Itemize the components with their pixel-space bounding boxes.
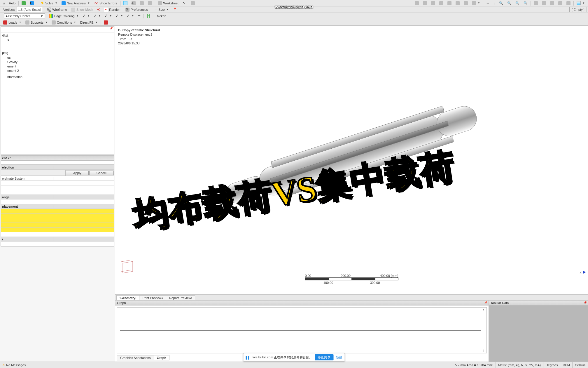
tab-graphics-annotations[interactable]: Graphics Annotations bbox=[117, 355, 154, 360]
flag-icon[interactable] bbox=[102, 20, 110, 25]
direct-fe-button[interactable]: Direct FE▼ bbox=[78, 20, 100, 25]
view-side-icon[interactable] bbox=[548, 1, 556, 6]
hide-share-button[interactable]: 隐藏 bbox=[336, 355, 342, 360]
panel-pin-icon[interactable]: 📌 bbox=[110, 27, 113, 30]
random-button[interactable]: Random bbox=[102, 7, 123, 12]
menu-help[interactable]: Help bbox=[7, 1, 18, 6]
icon-btn-a2[interactable]: A bbox=[130, 1, 138, 6]
view-panel-icon[interactable]: ▼ bbox=[575, 1, 587, 6]
tab-report-preview[interactable]: Report Preview/ bbox=[166, 295, 195, 300]
assembly-center-combo[interactable]: Assembly Center▼ bbox=[4, 13, 45, 18]
k-icon[interactable]: ⊀ bbox=[95, 7, 102, 12]
stop-icon[interactable]: ◐ bbox=[28, 1, 36, 6]
edge-coloring-button[interactable]: Edge Coloring▼ bbox=[47, 13, 81, 19]
solve-button[interactable]: Solve▼ bbox=[38, 1, 59, 6]
zoom-in-icon[interactable]: 🔍 bbox=[497, 1, 505, 6]
view-icon-1[interactable] bbox=[413, 1, 421, 6]
edge-icon-2[interactable]: ∠▼ bbox=[92, 13, 103, 19]
icon-btn-ws1[interactable]: ↖ bbox=[181, 1, 189, 6]
nav-icon-2[interactable]: ↕ bbox=[491, 1, 497, 6]
cancel-button[interactable]: Cancel bbox=[89, 171, 114, 175]
empty-slot[interactable]: [ Empty ] bbox=[569, 7, 587, 12]
status-degrees[interactable]: Degrees bbox=[543, 362, 561, 368]
apply-button[interactable]: Apply bbox=[66, 171, 89, 175]
new-analysis-button[interactable]: New Analysis▼ bbox=[60, 1, 92, 6]
thicken-button[interactable]: Thicken bbox=[153, 13, 168, 19]
detail-row-highlight[interactable] bbox=[1, 213, 114, 218]
icon-btn-a4[interactable] bbox=[146, 1, 154, 6]
size-button[interactable]: ↔ Size▼ bbox=[152, 7, 171, 12]
tree-node[interactable]: ement bbox=[2, 64, 113, 69]
zoom-fit-icon[interactable]: 🔍 bbox=[513, 1, 522, 6]
scale-bar: 0.00 200.00 400.00 (mm) 100.00 300.00 bbox=[305, 274, 398, 284]
probe-icon[interactable]: ✒ bbox=[136, 13, 143, 19]
tree-node[interactable]: gs bbox=[2, 55, 113, 60]
tree-node[interactable]: Gravity bbox=[2, 60, 113, 64]
supports-button[interactable]: Supports▼ bbox=[23, 20, 50, 25]
left-column: 📌 坐标 s (B5) gs Gravity ement ement 2 nfo… bbox=[0, 26, 115, 362]
preferences-button[interactable]: ⚙Preferences bbox=[123, 7, 150, 12]
icon-btn-a1[interactable] bbox=[121, 1, 130, 6]
pin-icon[interactable]: 📌 bbox=[584, 301, 587, 304]
menu-s[interactable]: s bbox=[1, 1, 7, 6]
detail-row-highlight[interactable] bbox=[1, 218, 114, 223]
edge-icon-1[interactable]: ∠▼ bbox=[81, 13, 92, 19]
tabular-header: Tabular Data 📌 bbox=[489, 301, 588, 305]
view-icon-2[interactable] bbox=[421, 1, 429, 6]
zoom-window-icon[interactable]: 🔍 bbox=[522, 1, 530, 6]
share-text: live.bilibili.com 正在共享您的屏幕和音频。 bbox=[253, 355, 312, 360]
view-top-icon[interactable] bbox=[556, 1, 564, 6]
pin-icon[interactable]: 📌 bbox=[484, 301, 487, 304]
tab-graph[interactable]: Graph bbox=[154, 355, 169, 360]
tree-node[interactable]: nformation bbox=[2, 75, 113, 79]
icon-btn-a3[interactable] bbox=[138, 1, 146, 6]
refresh-icon[interactable] bbox=[20, 1, 28, 6]
view-icon-8[interactable]: ▼ bbox=[470, 1, 482, 6]
tab-geometry[interactable]: \Geometry/ bbox=[116, 295, 139, 300]
status-messages[interactable]: ⚠ No Messages bbox=[0, 362, 28, 368]
icon-btn-ws2[interactable] bbox=[189, 1, 197, 6]
view-icon-4[interactable] bbox=[437, 1, 445, 6]
3d-viewport[interactable]: B: Copy of Static Structural Remote Disp… bbox=[115, 26, 588, 294]
wireframe-button[interactable]: Wireframe bbox=[45, 7, 69, 12]
tree-node[interactable]: (B5) bbox=[2, 51, 113, 55]
nav-icon-1[interactable]: ↔ bbox=[484, 1, 491, 6]
show-errors-button[interactable]: ?✓Show Errors bbox=[92, 1, 119, 6]
bottom-panels: Graph 📌 1. 1. Graphics Annotations Graph… bbox=[115, 300, 588, 362]
conditions-button[interactable]: Conditions▼ bbox=[50, 20, 78, 25]
loads-button[interactable]: Loads▼ bbox=[1, 20, 23, 25]
edge-icon-4[interactable]: ∠▼ bbox=[114, 13, 125, 19]
outline-tree[interactable]: 坐标 s (B5) gs Gravity ement ement 2 nform… bbox=[1, 32, 114, 80]
snapshot-icon[interactable] bbox=[564, 1, 573, 6]
view-icon-6[interactable] bbox=[454, 1, 462, 6]
detail-row-label: ordinate System bbox=[1, 177, 53, 180]
status-rpm[interactable]: RPM bbox=[560, 362, 572, 368]
view-icon-7[interactable] bbox=[462, 1, 470, 6]
status-celsius[interactable]: Celsius bbox=[573, 362, 588, 368]
vertices-button[interactable]: Vertices bbox=[1, 7, 17, 12]
view-icon-3[interactable] bbox=[429, 1, 437, 6]
detail-row-highlight[interactable] bbox=[1, 223, 114, 228]
h-icon[interactable]: ┣┫ bbox=[145, 13, 153, 19]
edge-icon-5[interactable]: ∠▼ bbox=[125, 13, 136, 19]
tree-node[interactable]: ement 2 bbox=[2, 69, 113, 73]
loc-icon[interactable]: 📍 bbox=[171, 7, 179, 12]
status-units[interactable]: Metric (mm, kg, N, s, mV, mA) bbox=[496, 362, 543, 368]
view-icon-5[interactable] bbox=[445, 1, 454, 6]
tree-node[interactable]: 坐标 bbox=[2, 34, 113, 38]
detail-row-highlight[interactable] bbox=[1, 209, 114, 213]
edge-icon-3[interactable]: ∠▼ bbox=[103, 13, 114, 19]
triad-icon[interactable] bbox=[118, 259, 136, 277]
graph-body[interactable]: 1. 1. bbox=[117, 307, 487, 353]
view-iso-icon[interactable] bbox=[532, 1, 540, 6]
view-front-icon[interactable] bbox=[540, 1, 548, 6]
stop-sharing-button[interactable]: 停止共享 bbox=[315, 354, 333, 360]
detail-row-highlight[interactable] bbox=[1, 228, 114, 232]
tab-print-preview[interactable]: Print Previewλ bbox=[139, 295, 166, 300]
worksheet-button[interactable]: Worksheet bbox=[156, 1, 181, 6]
tree-node[interactable]: s bbox=[2, 38, 113, 42]
autoscale-combo[interactable]: 1.3 (Auto Scale) bbox=[17, 7, 43, 12]
status-bar: ⚠ No Messages 55. mm Area = 13784 mm² Me… bbox=[0, 362, 588, 368]
zoom-out-icon[interactable]: 🔍 bbox=[505, 1, 513, 6]
show-mesh-button[interactable]: Show Mesh bbox=[69, 7, 95, 12]
